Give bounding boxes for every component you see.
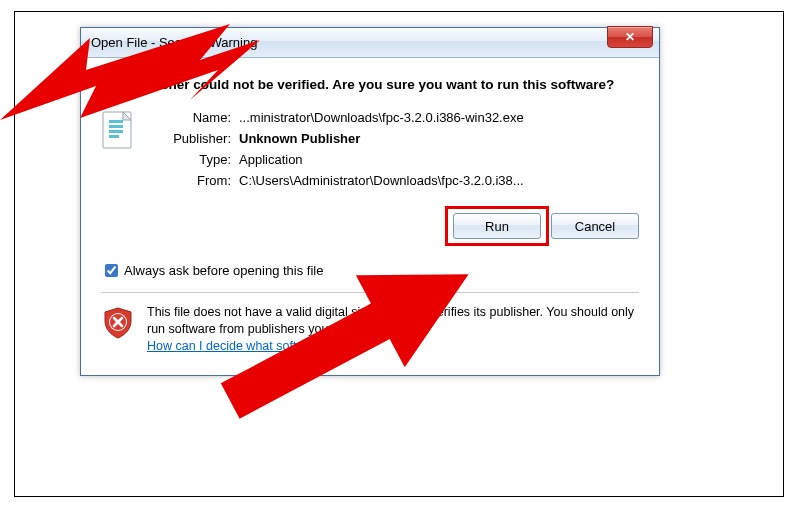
svg-rect-2 (109, 120, 123, 123)
file-icon (101, 110, 137, 154)
svg-rect-3 (109, 125, 123, 128)
name-value: ...ministrator\Downloads\fpc-3.2.0.i386-… (239, 108, 639, 129)
svg-rect-4 (109, 130, 123, 133)
always-ask-checkbox[interactable] (105, 264, 118, 277)
field-publisher: Publisher: Unknown Publisher (149, 129, 639, 150)
file-info: Name: ...ministrator\Downloads\fpc-3.2.0… (101, 108, 639, 191)
field-type: Type: Application (149, 150, 639, 171)
always-ask-row: Always ask before opening this file (101, 261, 639, 280)
window-title: Open File - Security Warning (91, 35, 257, 50)
run-button[interactable]: Run (453, 213, 541, 239)
name-label: Name: (149, 108, 239, 129)
from-value: C:\Users\Administrator\Downloads\fpc-3.2… (239, 171, 639, 192)
file-fields: Name: ...ministrator\Downloads\fpc-3.2.0… (149, 108, 639, 191)
shield-error-icon (101, 306, 135, 340)
footer-message: This file does not have a valid digital … (147, 305, 634, 336)
warning-heading: The publisher could not be verified. Are… (101, 76, 639, 94)
run-button-label: Run (485, 219, 509, 234)
type-label: Type: (149, 150, 239, 171)
cancel-button[interactable]: Cancel (551, 213, 639, 239)
always-ask-label: Always ask before opening this file (124, 263, 323, 278)
close-button[interactable]: ✕ (607, 26, 653, 48)
dialog-body: The publisher could not be verified. Are… (81, 58, 659, 375)
close-icon: ✕ (625, 30, 635, 44)
type-value: Application (239, 150, 639, 171)
svg-rect-5 (109, 135, 119, 138)
button-row: Run Cancel (101, 213, 639, 239)
publisher-label: Publisher: (149, 129, 239, 150)
publisher-value: Unknown Publisher (239, 129, 639, 150)
separator (101, 292, 639, 294)
footer-text: This file does not have a valid digital … (147, 304, 639, 355)
footer-link[interactable]: How can I decide what software to run? (147, 339, 366, 353)
from-label: From: (149, 171, 239, 192)
cancel-button-label: Cancel (575, 219, 615, 234)
field-from: From: C:\Users\Administrator\Downloads\f… (149, 171, 639, 192)
titlebar[interactable]: Open File - Security Warning ✕ (81, 28, 659, 58)
field-name: Name: ...ministrator\Downloads\fpc-3.2.0… (149, 108, 639, 129)
security-warning-dialog: Open File - Security Warning ✕ The publi… (80, 27, 660, 376)
footer: This file does not have a valid digital … (101, 304, 639, 361)
